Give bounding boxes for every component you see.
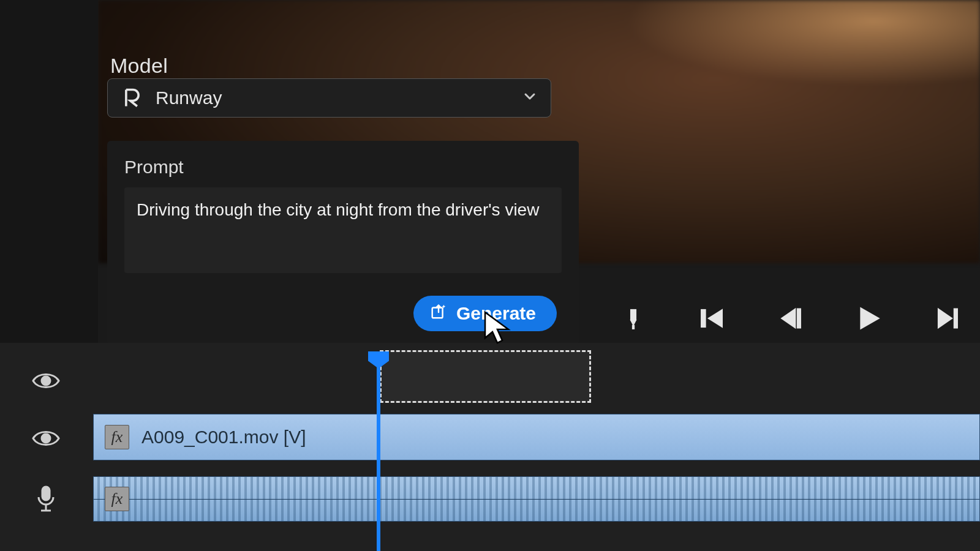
app-stage: Model Runway Prompt Generate (0, 0, 980, 551)
svg-rect-4 (701, 310, 706, 328)
svg-point-12 (42, 377, 50, 385)
transport-controls (619, 300, 968, 337)
runway-logo-icon (121, 87, 143, 109)
prompt-label: Prompt (124, 157, 562, 178)
track-a1-mic[interactable] (0, 476, 92, 522)
cursor-icon (484, 311, 512, 345)
svg-marker-6 (782, 309, 796, 328)
prompt-input[interactable] (124, 187, 562, 273)
playhead[interactable] (377, 354, 380, 551)
svg-rect-1 (631, 310, 636, 320)
fx-badge-icon: fx (105, 487, 129, 511)
model-selected-name: Runway (156, 88, 510, 108)
svg-rect-0 (432, 307, 443, 318)
model-dropdown[interactable]: Runway (107, 78, 551, 118)
step-forward-button[interactable] (932, 304, 962, 333)
audio-clip[interactable]: fx (93, 476, 980, 522)
svg-point-13 (42, 434, 50, 443)
track-v2-visibility[interactable] (0, 362, 92, 399)
svg-marker-5 (708, 310, 722, 328)
timeline[interactable]: fx A009_C001.mov [V] fx (0, 343, 980, 551)
video-clip[interactable]: fx A009_C001.mov [V] (93, 414, 980, 460)
empty-clip-placeholder[interactable] (380, 350, 591, 403)
svg-rect-7 (797, 309, 801, 328)
sparkle-export-icon (429, 302, 448, 325)
svg-marker-8 (861, 308, 879, 329)
svg-marker-9 (938, 309, 952, 328)
play-button[interactable] (854, 304, 883, 333)
model-label: Model (110, 54, 168, 78)
svg-rect-10 (954, 309, 958, 328)
go-to-in-button[interactable] (697, 304, 726, 333)
track-v1-visibility[interactable] (0, 420, 92, 457)
svg-marker-2 (631, 320, 636, 326)
fx-badge-icon: fx (105, 425, 129, 449)
svg-rect-14 (42, 487, 50, 500)
video-clip-label: A009_C001.mov [V] (141, 427, 306, 448)
chevron-down-icon (522, 89, 537, 108)
svg-marker-11 (485, 312, 508, 343)
svg-rect-3 (633, 326, 635, 329)
marker-button[interactable] (619, 304, 648, 333)
audio-centerline (94, 499, 979, 500)
step-back-button[interactable] (775, 304, 805, 333)
